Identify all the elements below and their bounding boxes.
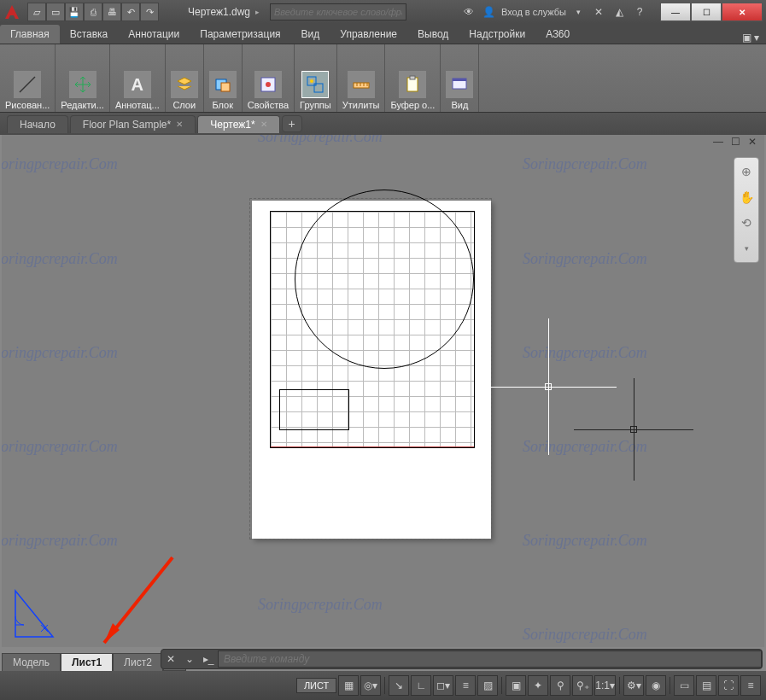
ribbon-tab-manage[interactable]: Управление bbox=[330, 25, 407, 44]
panel-layers[interactable]: Слои bbox=[166, 44, 204, 112]
a360-icon[interactable]: ◭ bbox=[611, 3, 628, 20]
svg-point-4 bbox=[266, 82, 271, 87]
sb-anno-vis-icon[interactable]: ⚲₊ bbox=[572, 675, 593, 696]
window-minimize-button[interactable]: — bbox=[660, 3, 691, 21]
title-dropdown-icon[interactable]: ▸ bbox=[255, 8, 260, 16]
new-drawing-tab-button[interactable]: + bbox=[282, 115, 302, 132]
drawing-tabs: Начало Floor Plan Sample*✕ Чертеж1*✕ + bbox=[0, 113, 766, 135]
sign-in-link[interactable]: Вход в службы bbox=[501, 7, 566, 17]
sb-workspace-icon[interactable]: ⚙▾ bbox=[623, 675, 644, 696]
qat-save-icon[interactable]: 💾 bbox=[65, 3, 84, 21]
sb-clean-icon[interactable]: ⛶ bbox=[718, 675, 739, 696]
viewport-minimize-icon[interactable]: — bbox=[711, 135, 725, 149]
sb-lineweight-icon[interactable]: ≡ bbox=[455, 675, 476, 696]
qat-print-icon[interactable]: 🖶 bbox=[102, 3, 121, 21]
app-logo-icon[interactable] bbox=[0, 0, 24, 24]
watermark: Soringpcrepair.Com bbox=[2, 438, 118, 456]
cmd-close-icon[interactable]: ✕ bbox=[161, 650, 180, 668]
pan-icon[interactable]: ✋ bbox=[738, 189, 755, 206]
exchange-icon[interactable]: ✕ bbox=[590, 3, 607, 20]
panel-groups[interactable]: Группы bbox=[295, 44, 337, 112]
ribbon-tab-home[interactable]: Главная bbox=[0, 25, 60, 44]
sb-gizmo-icon[interactable]: ✦ bbox=[528, 675, 548, 696]
svg-rect-8 bbox=[354, 83, 369, 88]
file-tab-start[interactable]: Начало bbox=[7, 115, 68, 133]
user-icon[interactable]: 👤 bbox=[481, 3, 498, 20]
space-mode-label[interactable]: ЛИСТ bbox=[296, 678, 336, 693]
panel-clipboard[interactable]: Буфер о... bbox=[385, 44, 441, 112]
ribbon-tab-parametric[interactable]: Параметризация bbox=[190, 25, 290, 44]
sb-hardware-icon[interactable]: ▤ bbox=[696, 675, 716, 696]
orbit-icon[interactable]: ⟲ bbox=[738, 214, 755, 231]
panel-block[interactable]: Блок bbox=[204, 44, 243, 112]
qat-undo-icon[interactable]: ↶ bbox=[121, 3, 140, 21]
panel-properties[interactable]: Свойства bbox=[243, 44, 295, 112]
ribbon-tab-strip: Главная Вставка Аннотации Параметризация… bbox=[0, 24, 766, 44]
qat-redo-icon[interactable]: ↷ bbox=[140, 3, 159, 21]
panel-draw[interactable]: Рисован... bbox=[0, 44, 56, 112]
line-icon bbox=[14, 71, 41, 98]
close-icon[interactable]: ✕ bbox=[176, 120, 183, 129]
watermark: Soringpcrepair.Com bbox=[258, 596, 383, 614]
layout-viewport[interactable] bbox=[270, 211, 475, 448]
sb-grid-icon[interactable]: ▦ bbox=[338, 675, 359, 696]
viewport-close-icon[interactable]: ✕ bbox=[746, 135, 759, 149]
cmd-options-icon[interactable]: ⌄ bbox=[180, 650, 199, 668]
ribbon-tab-a360[interactable]: A360 bbox=[535, 25, 580, 44]
sb-scale-icon[interactable]: 1:1▾ bbox=[594, 675, 616, 696]
panel-annotation[interactable]: AАннотац... bbox=[110, 44, 166, 112]
ribbon-tab-view[interactable]: Вид bbox=[291, 25, 330, 44]
search-icon[interactable]: 👁 bbox=[460, 3, 477, 20]
zoom-extents-icon[interactable]: ⊕ bbox=[738, 163, 755, 180]
move-icon bbox=[69, 71, 96, 98]
ribbon-tab-annotate[interactable]: Аннотации bbox=[118, 25, 190, 44]
layers-icon bbox=[171, 71, 198, 98]
help-icon[interactable]: ? bbox=[631, 3, 648, 20]
close-icon[interactable]: ✕ bbox=[260, 120, 267, 129]
ribbon-overflow-icon[interactable]: ▣ ▾ bbox=[735, 32, 766, 44]
sb-isolate-icon[interactable]: ▭ bbox=[674, 675, 694, 696]
layout-tab-model[interactable]: Модель bbox=[2, 653, 61, 671]
ribbon-tab-addins[interactable]: Надстройки bbox=[459, 25, 535, 44]
command-line: ✕ ⌄ ▸_ bbox=[161, 649, 763, 669]
watermark: Soringpcrepair.Com bbox=[523, 155, 647, 173]
sb-monitor-icon[interactable]: ◉ bbox=[646, 675, 666, 696]
sb-selection-icon[interactable]: ▣ bbox=[506, 675, 526, 696]
file-tab-floorplan[interactable]: Floor Plan Sample*✕ bbox=[70, 115, 196, 133]
file-tab-drawing1[interactable]: Чертеж1*✕ bbox=[197, 115, 279, 133]
watermark: Soringpcrepair.Com bbox=[523, 344, 647, 362]
panel-utilities[interactable]: Утилиты bbox=[337, 44, 386, 112]
watermark: Soringpcrepair.Com bbox=[523, 250, 647, 268]
ribbon-tab-output[interactable]: Вывод bbox=[407, 25, 459, 44]
sb-customize-icon[interactable]: ≡ bbox=[740, 675, 761, 696]
infocenter-search-input[interactable] bbox=[270, 3, 406, 20]
nav-dropdown-icon[interactable]: ▾ bbox=[738, 240, 755, 257]
svg-point-7 bbox=[310, 79, 313, 83]
svg-line-17 bbox=[104, 557, 172, 643]
sb-ortho-icon[interactable]: ∟ bbox=[411, 675, 431, 696]
sb-polar-icon[interactable]: ↘ bbox=[389, 675, 409, 696]
sb-osnap-icon[interactable]: ◻▾ bbox=[433, 675, 453, 696]
annotation-arrow-icon bbox=[87, 553, 181, 647]
viewport-maximize-icon[interactable]: ☐ bbox=[728, 135, 742, 149]
sign-in-dropdown-icon[interactable]: ▾ bbox=[570, 3, 587, 20]
qat-saveas-icon[interactable]: ⎙ bbox=[84, 3, 102, 21]
ribbon-tab-insert[interactable]: Вставка bbox=[60, 25, 119, 44]
navigation-bar: ⊕ ✋ ⟲ ▾ bbox=[734, 157, 759, 263]
layout-tab-sheet1[interactable]: Лист1 bbox=[61, 653, 113, 671]
qat-open-icon[interactable]: ▭ bbox=[46, 3, 65, 21]
measure-icon bbox=[348, 71, 375, 98]
layout-tab-sheet2[interactable]: Лист2 bbox=[113, 653, 163, 671]
window-maximize-button[interactable]: ☐ bbox=[691, 3, 722, 21]
drawing-canvas[interactable]: Soringpcrepair.Com Soringpcrepair.Com So… bbox=[2, 135, 764, 647]
window-close-button[interactable]: ✕ bbox=[722, 3, 763, 21]
command-input[interactable] bbox=[218, 650, 762, 668]
qat-new-icon[interactable]: ▱ bbox=[27, 3, 46, 21]
title-bar: ▱ ▭ 💾 ⎙ 🖶 ↶ ↷ Чертеж1.dwg ▸ 👁 👤 Вход в с… bbox=[0, 0, 766, 24]
sb-snap-icon[interactable]: ◎▾ bbox=[360, 675, 381, 696]
sb-anno-scale-icon[interactable]: ⚲ bbox=[550, 675, 570, 696]
sb-transparency-icon[interactable]: ▨ bbox=[477, 675, 498, 696]
watermark: Soringpcrepair.Com bbox=[2, 344, 118, 362]
panel-view[interactable]: Вид bbox=[441, 44, 479, 112]
panel-modify[interactable]: Редакти... bbox=[56, 44, 110, 112]
